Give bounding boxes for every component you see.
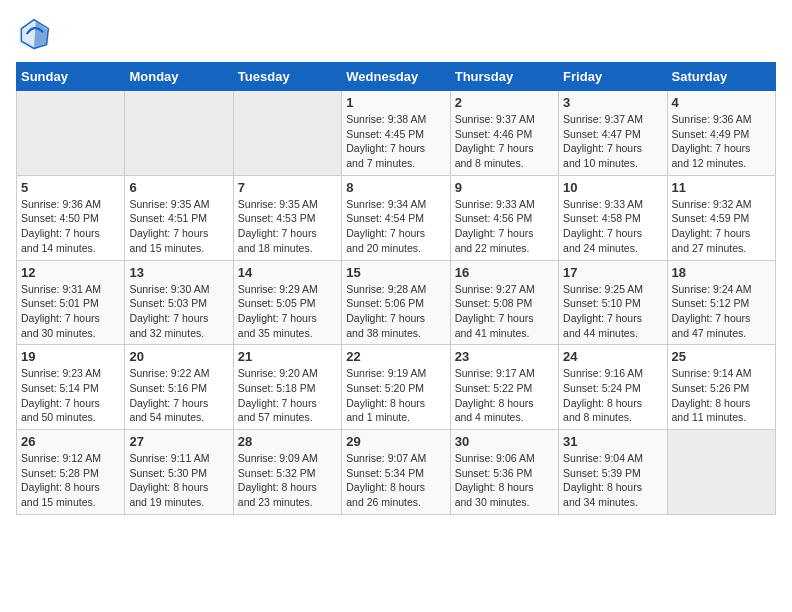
day-detail: Sunrise: 9:36 AM Sunset: 4:50 PM Dayligh…: [21, 197, 120, 256]
day-number: 28: [238, 434, 337, 449]
calendar-cell: 12Sunrise: 9:31 AM Sunset: 5:01 PM Dayli…: [17, 260, 125, 345]
day-detail: Sunrise: 9:14 AM Sunset: 5:26 PM Dayligh…: [672, 366, 771, 425]
calendar-cell: [233, 91, 341, 176]
calendar-cell: 27Sunrise: 9:11 AM Sunset: 5:30 PM Dayli…: [125, 430, 233, 515]
day-number: 22: [346, 349, 445, 364]
day-detail: Sunrise: 9:35 AM Sunset: 4:53 PM Dayligh…: [238, 197, 337, 256]
day-number: 25: [672, 349, 771, 364]
day-detail: Sunrise: 9:22 AM Sunset: 5:16 PM Dayligh…: [129, 366, 228, 425]
day-number: 16: [455, 265, 554, 280]
day-number: 29: [346, 434, 445, 449]
day-detail: Sunrise: 9:29 AM Sunset: 5:05 PM Dayligh…: [238, 282, 337, 341]
day-number: 2: [455, 95, 554, 110]
day-number: 21: [238, 349, 337, 364]
weekday-header: Friday: [559, 63, 667, 91]
day-number: 24: [563, 349, 662, 364]
weekday-header: Thursday: [450, 63, 558, 91]
day-detail: Sunrise: 9:35 AM Sunset: 4:51 PM Dayligh…: [129, 197, 228, 256]
calendar-cell: 31Sunrise: 9:04 AM Sunset: 5:39 PM Dayli…: [559, 430, 667, 515]
day-number: 9: [455, 180, 554, 195]
calendar-cell: 4Sunrise: 9:36 AM Sunset: 4:49 PM Daylig…: [667, 91, 775, 176]
calendar-week-row: 5Sunrise: 9:36 AM Sunset: 4:50 PM Daylig…: [17, 175, 776, 260]
calendar-cell: 11Sunrise: 9:32 AM Sunset: 4:59 PM Dayli…: [667, 175, 775, 260]
calendar-cell: 13Sunrise: 9:30 AM Sunset: 5:03 PM Dayli…: [125, 260, 233, 345]
calendar-cell: 2Sunrise: 9:37 AM Sunset: 4:46 PM Daylig…: [450, 91, 558, 176]
weekday-header: Wednesday: [342, 63, 450, 91]
calendar-cell: 21Sunrise: 9:20 AM Sunset: 5:18 PM Dayli…: [233, 345, 341, 430]
calendar-cell: [125, 91, 233, 176]
day-number: 14: [238, 265, 337, 280]
calendar-cell: 7Sunrise: 9:35 AM Sunset: 4:53 PM Daylig…: [233, 175, 341, 260]
day-detail: Sunrise: 9:04 AM Sunset: 5:39 PM Dayligh…: [563, 451, 662, 510]
logo-icon: [16, 16, 52, 52]
day-detail: Sunrise: 9:06 AM Sunset: 5:36 PM Dayligh…: [455, 451, 554, 510]
day-detail: Sunrise: 9:17 AM Sunset: 5:22 PM Dayligh…: [455, 366, 554, 425]
weekday-header: Monday: [125, 63, 233, 91]
day-detail: Sunrise: 9:31 AM Sunset: 5:01 PM Dayligh…: [21, 282, 120, 341]
day-detail: Sunrise: 9:07 AM Sunset: 5:34 PM Dayligh…: [346, 451, 445, 510]
day-detail: Sunrise: 9:32 AM Sunset: 4:59 PM Dayligh…: [672, 197, 771, 256]
calendar-cell: 20Sunrise: 9:22 AM Sunset: 5:16 PM Dayli…: [125, 345, 233, 430]
calendar-header: SundayMondayTuesdayWednesdayThursdayFrid…: [17, 63, 776, 91]
calendar-cell: 17Sunrise: 9:25 AM Sunset: 5:10 PM Dayli…: [559, 260, 667, 345]
day-number: 3: [563, 95, 662, 110]
day-detail: Sunrise: 9:12 AM Sunset: 5:28 PM Dayligh…: [21, 451, 120, 510]
page-header: [16, 16, 776, 52]
calendar-cell: 14Sunrise: 9:29 AM Sunset: 5:05 PM Dayli…: [233, 260, 341, 345]
day-number: 27: [129, 434, 228, 449]
calendar-cell: 23Sunrise: 9:17 AM Sunset: 5:22 PM Dayli…: [450, 345, 558, 430]
calendar-cell: 3Sunrise: 9:37 AM Sunset: 4:47 PM Daylig…: [559, 91, 667, 176]
day-number: 1: [346, 95, 445, 110]
calendar-cell: 30Sunrise: 9:06 AM Sunset: 5:36 PM Dayli…: [450, 430, 558, 515]
day-number: 10: [563, 180, 662, 195]
day-number: 26: [21, 434, 120, 449]
day-detail: Sunrise: 9:20 AM Sunset: 5:18 PM Dayligh…: [238, 366, 337, 425]
calendar-body: 1Sunrise: 9:38 AM Sunset: 4:45 PM Daylig…: [17, 91, 776, 515]
weekday-header: Sunday: [17, 63, 125, 91]
calendar-cell: 6Sunrise: 9:35 AM Sunset: 4:51 PM Daylig…: [125, 175, 233, 260]
day-number: 31: [563, 434, 662, 449]
calendar-cell: 24Sunrise: 9:16 AM Sunset: 5:24 PM Dayli…: [559, 345, 667, 430]
calendar-week-row: 12Sunrise: 9:31 AM Sunset: 5:01 PM Dayli…: [17, 260, 776, 345]
calendar-week-row: 26Sunrise: 9:12 AM Sunset: 5:28 PM Dayli…: [17, 430, 776, 515]
day-number: 30: [455, 434, 554, 449]
calendar-cell: 15Sunrise: 9:28 AM Sunset: 5:06 PM Dayli…: [342, 260, 450, 345]
calendar-cell: 18Sunrise: 9:24 AM Sunset: 5:12 PM Dayli…: [667, 260, 775, 345]
day-number: 23: [455, 349, 554, 364]
day-detail: Sunrise: 9:37 AM Sunset: 4:46 PM Dayligh…: [455, 112, 554, 171]
calendar-cell: 29Sunrise: 9:07 AM Sunset: 5:34 PM Dayli…: [342, 430, 450, 515]
day-detail: Sunrise: 9:33 AM Sunset: 4:58 PM Dayligh…: [563, 197, 662, 256]
calendar-week-row: 19Sunrise: 9:23 AM Sunset: 5:14 PM Dayli…: [17, 345, 776, 430]
day-number: 4: [672, 95, 771, 110]
day-number: 20: [129, 349, 228, 364]
weekday-header: Tuesday: [233, 63, 341, 91]
day-detail: Sunrise: 9:34 AM Sunset: 4:54 PM Dayligh…: [346, 197, 445, 256]
calendar-cell: 26Sunrise: 9:12 AM Sunset: 5:28 PM Dayli…: [17, 430, 125, 515]
day-detail: Sunrise: 9:27 AM Sunset: 5:08 PM Dayligh…: [455, 282, 554, 341]
calendar-week-row: 1Sunrise: 9:38 AM Sunset: 4:45 PM Daylig…: [17, 91, 776, 176]
day-number: 13: [129, 265, 228, 280]
logo: [16, 16, 56, 52]
day-number: 17: [563, 265, 662, 280]
weekday-header: Saturday: [667, 63, 775, 91]
calendar-cell: 5Sunrise: 9:36 AM Sunset: 4:50 PM Daylig…: [17, 175, 125, 260]
day-detail: Sunrise: 9:11 AM Sunset: 5:30 PM Dayligh…: [129, 451, 228, 510]
calendar-cell: 9Sunrise: 9:33 AM Sunset: 4:56 PM Daylig…: [450, 175, 558, 260]
day-detail: Sunrise: 9:38 AM Sunset: 4:45 PM Dayligh…: [346, 112, 445, 171]
day-detail: Sunrise: 9:37 AM Sunset: 4:47 PM Dayligh…: [563, 112, 662, 171]
calendar-cell: 1Sunrise: 9:38 AM Sunset: 4:45 PM Daylig…: [342, 91, 450, 176]
day-detail: Sunrise: 9:16 AM Sunset: 5:24 PM Dayligh…: [563, 366, 662, 425]
calendar-cell: 22Sunrise: 9:19 AM Sunset: 5:20 PM Dayli…: [342, 345, 450, 430]
header-row: SundayMondayTuesdayWednesdayThursdayFrid…: [17, 63, 776, 91]
day-detail: Sunrise: 9:25 AM Sunset: 5:10 PM Dayligh…: [563, 282, 662, 341]
day-number: 18: [672, 265, 771, 280]
day-detail: Sunrise: 9:09 AM Sunset: 5:32 PM Dayligh…: [238, 451, 337, 510]
calendar-cell: 8Sunrise: 9:34 AM Sunset: 4:54 PM Daylig…: [342, 175, 450, 260]
calendar-cell: 25Sunrise: 9:14 AM Sunset: 5:26 PM Dayli…: [667, 345, 775, 430]
calendar-cell: [17, 91, 125, 176]
day-detail: Sunrise: 9:36 AM Sunset: 4:49 PM Dayligh…: [672, 112, 771, 171]
day-detail: Sunrise: 9:33 AM Sunset: 4:56 PM Dayligh…: [455, 197, 554, 256]
day-number: 15: [346, 265, 445, 280]
day-number: 12: [21, 265, 120, 280]
calendar-cell: [667, 430, 775, 515]
